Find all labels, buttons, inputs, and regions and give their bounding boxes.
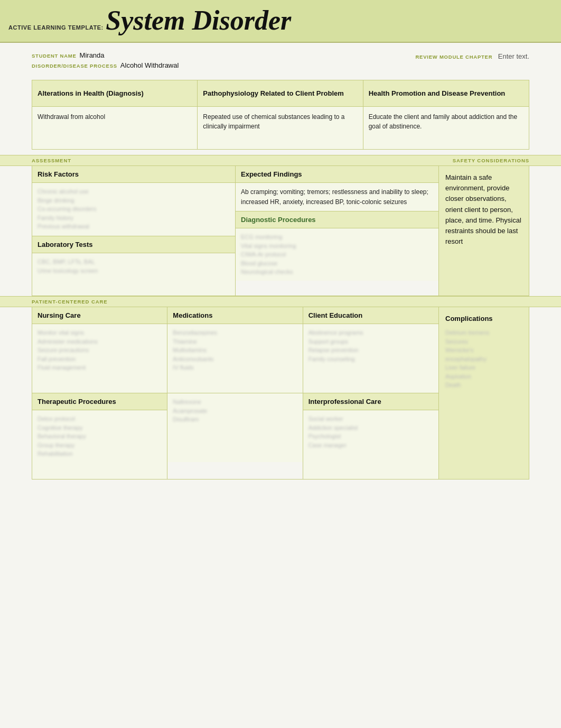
expected-findings-header: Expected Findings — [236, 166, 438, 183]
template-label: ACTIVE LEARNING TEMPLATE: — [8, 24, 104, 31]
pcc-inner: Nursing Care Monitor vital signs Adminis… — [32, 307, 529, 479]
complications-col: Complications Delirium tremens Seizures … — [439, 307, 529, 479]
safety-text: Maintain a safe environment, provide clo… — [445, 173, 521, 245]
col-health-promotion: Health Promotion and Disease Prevention … — [363, 80, 529, 149]
risk-factors-header: Risk Factors — [32, 166, 235, 183]
interprofessional-col: Interprofessional Care Social worker Add… — [303, 393, 438, 479]
medications-bottom-col: Naltrexone Acamprosate Disulfiram — [167, 393, 303, 479]
assess-left-col: Risk Factors Chronic alcohol use Binge d… — [32, 166, 236, 296]
student-info: STUDENT NAME Miranda DISORDER/DISEASE PR… — [0, 43, 561, 76]
client-education-header: Client Education — [303, 307, 438, 324]
top-three-columns: Alterations in Health (Diagnosis) Withdr… — [32, 80, 529, 150]
client-education-body: Abstinence programs Support groups Relap… — [303, 324, 438, 393]
pcc-top-grid: Nursing Care Monitor vital signs Adminis… — [32, 307, 438, 393]
pcc-label-text: PATIENT-CENTERED CARE — [32, 299, 108, 305]
assessment-area: Risk Factors Chronic alcohol use Binge d… — [32, 166, 529, 296]
student-name-row: STUDENT NAME Miranda — [32, 51, 179, 59]
disorder-row: DISORDER/DISEASE PROCESS Alcohol Withdra… — [32, 61, 179, 69]
safety-considerations-body: Maintain a safe environment, provide clo… — [439, 166, 529, 296]
therapeutic-content: Detox protocol Cognitive therapy Behavio… — [38, 414, 162, 458]
diagnostic-body: ECG monitoring Vital signs monitoring CI… — [236, 228, 438, 281]
review-label: REVIEW MODULE CHAPTER — [416, 54, 493, 60]
client-education-col: Client Education Abstinence programs Sup… — [303, 307, 438, 393]
col-alterations-body: Withdrawal from alcohol — [32, 107, 197, 149]
expected-findings-body: Ab cramping; vomiting; tremors; restless… — [236, 183, 438, 211]
col-alterations: Alterations in Health (Diagnosis) Withdr… — [32, 80, 198, 149]
col-patho-body: Repeated use of chemical substances lead… — [198, 107, 362, 149]
diagnostic-content: ECG monitoring Vital signs monitoring CI… — [241, 233, 433, 277]
header: ACTIVE LEARNING TEMPLATE: System Disorde… — [0, 0, 561, 43]
review-module-row: REVIEW MODULE CHAPTER Enter text. — [416, 51, 530, 61]
medications-header: Medications — [167, 307, 302, 324]
disorder-label: DISORDER/DISEASE PROCESS — [32, 63, 117, 69]
diagnostic-header: Diagnostic Procedures — [236, 211, 438, 228]
col-patho-header: Pathophysiology Related to Client Proble… — [198, 80, 362, 107]
risk-factors-content: Chronic alcohol use Binge drinking Co-oc… — [38, 187, 230, 231]
interprofessional-header: Interprofessional Care — [303, 393, 438, 410]
medications-body: Benzodiazepines Thiamine Multivitamins A… — [167, 324, 302, 393]
medications-col: Medications Benzodiazepines Thiamine Mul… — [167, 307, 303, 393]
pcc-area: Nursing Care Monitor vital signs Adminis… — [32, 307, 529, 480]
complications-content: Delirium tremens Seizures Wernicke's enc… — [445, 328, 522, 390]
lab-tests-content: CBC, BMP, LFTs, BAL Urine toxicology scr… — [38, 257, 230, 275]
pcc-section-label: PATIENT-CENTERED CARE — [0, 296, 561, 307]
expected-findings-text: Ab cramping; vomiting; tremors; restless… — [241, 188, 428, 206]
interprofessional-body: Social worker Addiction specialist Psych… — [303, 410, 438, 479]
template-title: System Disorder — [106, 5, 291, 35]
client-education-content: Abstinence programs Support groups Relap… — [308, 328, 433, 363]
safety-label-text: SAFETY CONSIDERATIONS — [453, 158, 529, 163]
risk-factors-body: Chronic alcohol use Binge drinking Co-oc… — [32, 183, 235, 236]
pcc-left: Nursing Care Monitor vital signs Adminis… — [32, 307, 439, 479]
interprofessional-content: Social worker Addiction specialist Psych… — [308, 414, 433, 449]
medications-bottom-content: Naltrexone Acamprosate Disulfiram — [173, 398, 297, 424]
therapeutic-body: Detox protocol Cognitive therapy Behavio… — [32, 410, 167, 479]
nursing-care-header: Nursing Care — [32, 307, 167, 324]
nursing-care-body: Monitor vital signs Administer medicatio… — [32, 324, 167, 393]
assess-mid-col: Expected Findings Ab cramping; vomiting;… — [236, 166, 439, 296]
lab-tests-header: Laboratory Tests — [32, 236, 235, 253]
col-hp-body: Educate the client and family about addi… — [363, 107, 529, 149]
therapeutic-header: Therapeutic Procedures — [32, 393, 167, 410]
disorder-value: Alcohol Withdrawal — [120, 61, 179, 69]
review-value: Enter text. — [498, 52, 529, 60]
complications-header: Complications — [445, 314, 522, 324]
student-left: STUDENT NAME Miranda DISORDER/DISEASE PR… — [32, 51, 179, 71]
assessment-label-text: ASSESSMENT — [32, 158, 71, 163]
student-name-label: STUDENT NAME — [32, 53, 77, 59]
col-pathophysiology: Pathophysiology Related to Client Proble… — [198, 80, 363, 149]
medications-bottom-body: Naltrexone Acamprosate Disulfiram — [167, 393, 302, 462]
col-alterations-header: Alterations in Health (Diagnosis) — [32, 80, 197, 107]
assessment-section-label: ASSESSMENT SAFETY CONSIDERATIONS — [0, 155, 561, 166]
nursing-care-col: Nursing Care Monitor vital signs Adminis… — [32, 307, 167, 393]
medications-content: Benzodiazepines Thiamine Multivitamins A… — [173, 328, 297, 372]
pcc-bottom-grid: Therapeutic Procedures Detox protocol Co… — [32, 393, 438, 479]
therapeutic-col: Therapeutic Procedures Detox protocol Co… — [32, 393, 167, 479]
nursing-care-content: Monitor vital signs Administer medicatio… — [38, 328, 162, 372]
col-hp-header: Health Promotion and Disease Prevention — [363, 80, 529, 107]
lab-tests-body: CBC, BMP, LFTs, BAL Urine toxicology scr… — [32, 253, 235, 296]
student-name-value: Miranda — [80, 51, 105, 59]
